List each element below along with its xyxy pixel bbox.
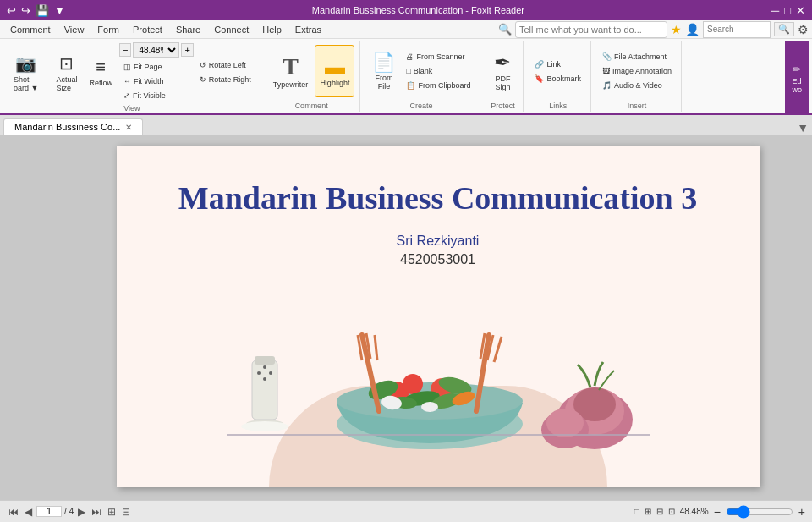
menu-comment[interactable]: Comment [3, 23, 58, 36]
view-spread-button[interactable]: ⊡ [668, 507, 675, 516]
rotate-left-label: Rotate Left [209, 61, 246, 69]
left-panel [0, 135, 63, 502]
fit-width-button[interactable]: ↔ Fit Width [119, 74, 194, 88]
zoom-out-button[interactable]: − [119, 43, 131, 57]
svg-rect-1 [255, 356, 275, 365]
zoom-minus-button[interactable]: − [714, 505, 721, 519]
zoom-in-button[interactable]: + [181, 43, 193, 57]
link-label: Link [546, 60, 561, 69]
foxit-editor-button[interactable]: ✏ Edwo [785, 41, 809, 117]
minimize-button[interactable]: ─ [771, 4, 779, 17]
save-button[interactable]: 💾 [36, 4, 49, 17]
last-page-button[interactable]: ⏭ [90, 506, 103, 518]
close-button[interactable]: ✕ [796, 4, 805, 17]
link-button[interactable]: 🔗 Link [530, 58, 585, 71]
zoom-slider[interactable] [726, 505, 793, 519]
dropdown-arrow-button[interactable]: ▼ [54, 4, 65, 17]
tab-label: Mandarin Bussiness Co... [14, 122, 120, 132]
rotate-right-button[interactable]: ↻ Rotate Right [195, 73, 255, 86]
zoom-plus-button[interactable]: + [798, 505, 805, 519]
menu-connect[interactable]: Connect [207, 23, 255, 36]
view-fit-button[interactable]: ⊟ [656, 507, 663, 516]
next-page-button[interactable]: ▶ [76, 506, 87, 518]
links-group-label: Links [530, 100, 585, 110]
search-input[interactable] [515, 21, 667, 38]
svg-point-3 [257, 371, 261, 375]
create-group-label: Create [367, 100, 475, 110]
rotate-buttons: ↺ Rotate Left ↻ Rotate Right [195, 58, 255, 86]
page-number-input[interactable] [36, 506, 62, 517]
spread-view-button[interactable]: ⊞ [106, 506, 118, 518]
audio-video-button[interactable]: 🎵 Audio & Video [598, 79, 676, 92]
menu-form[interactable]: Form [91, 23, 126, 36]
tab-scroll-button[interactable]: ▼ [797, 121, 809, 135]
highlight-button[interactable]: ▬ Highlight [315, 45, 354, 97]
link-icon: 🔗 [535, 60, 544, 69]
image-annotation-label: Image Annotation [612, 67, 672, 75]
salt-shaker [246, 356, 283, 428]
view-single-button[interactable]: □ [634, 507, 639, 516]
fit-width-icon: ↔ [123, 77, 131, 85]
insert-small-buttons: 📎 File Attachment 🖼 Image Annotation 🎵 A… [598, 50, 676, 92]
actual-size-icon: ⊡ [59, 53, 74, 74]
menu-view[interactable]: View [58, 23, 91, 36]
zoom-select[interactable]: 48.48% [133, 42, 179, 58]
pdf-viewport[interactable]: Mandarin Business Communication 3 Sri Re… [63, 135, 812, 502]
from-clipboard-button[interactable]: 📋 From Clipboard [402, 79, 475, 92]
first-page-button[interactable]: ⏮ [7, 506, 20, 518]
reflow-button[interactable]: ≡ Reflow [84, 47, 118, 99]
file-attachment-button[interactable]: 📎 File Attachment [598, 50, 676, 63]
prev-page-button[interactable]: ◀ [23, 506, 34, 518]
audio-icon: 🎵 [602, 81, 612, 90]
search-field[interactable] [703, 21, 771, 38]
actual-size-button[interactable]: ⊡ ActualSize [51, 47, 82, 99]
search-button[interactable]: 🔍 [774, 22, 794, 36]
insert-buttons: 📎 File Attachment 🖼 Image Annotation 🎵 A… [598, 42, 676, 100]
ribbon-group-create: 📄 FromFile 🖨 From Scanner □ Blank 📋 From… [362, 41, 480, 112]
clipboard-icon: 📋 [406, 81, 415, 90]
restore-button[interactable]: □ [784, 4, 791, 17]
ribbon-group-protect: ✒ PDFSign Protect [482, 41, 524, 112]
typewriter-button[interactable]: T Typewriter [268, 45, 314, 97]
from-file-button[interactable]: 📄 FromFile [367, 45, 400, 97]
fit-visible-label: Fit Visible [133, 91, 166, 100]
fit-visible-button[interactable]: ⤢ Fit Visible [119, 89, 194, 102]
image-icon: 🖼 [602, 67, 610, 75]
image-annotation-button[interactable]: 🖼 Image Annotation [598, 64, 676, 78]
rotate-left-button[interactable]: ↺ Rotate Left [195, 58, 255, 72]
redo-button[interactable]: ↪ [21, 4, 30, 17]
links-small-buttons: 🔗 Link 🔖 Bookmark [530, 58, 585, 85]
view-grid-button[interactable]: ⊞ [645, 507, 651, 516]
pdf-author: Sri Rezkiyanti [397, 234, 480, 249]
create-small-buttons: 🖨 From Scanner □ Blank 📋 From Clipboard [402, 50, 475, 92]
undo-button[interactable]: ↩ [7, 4, 16, 17]
foxit-panel: ✏ Edwo [785, 41, 809, 112]
tab-bar: Mandarin Bussiness Co... ✕ ▼ [0, 115, 812, 135]
svg-line-23 [375, 335, 377, 360]
ribbon-group-comment: T Typewriter ▬ Highlight Comment [263, 41, 361, 112]
blank-button[interactable]: □ Blank [402, 64, 475, 78]
ribbon-group-view: 📷 Shotoard ▼ ⊡ ActualSize ≡ Reflow − 4 [3, 41, 261, 112]
bookmark-button[interactable]: 🔖 Bookmark [530, 72, 585, 85]
fit-page-label: Fit Page [134, 63, 162, 71]
settings-icon[interactable]: ⚙ [798, 23, 809, 36]
menu-extras[interactable]: Extras [288, 23, 328, 36]
menu-share[interactable]: Share [169, 23, 207, 36]
shot-board-button[interactable]: 📷 Shotoard ▼ [8, 47, 43, 99]
tab-main[interactable]: Mandarin Bussiness Co... ✕ [3, 118, 143, 135]
fit-page-button[interactable]: ◫ Fit Page [119, 60, 194, 74]
view-group-label: View [8, 102, 255, 113]
insert-group-label: Insert [598, 100, 676, 110]
fit-view-button[interactable]: ⊟ [120, 506, 132, 518]
svg-point-2 [263, 365, 266, 369]
menu-protect[interactable]: Protect [126, 23, 169, 36]
menu-bar: Comment View Form Protect Share Connect … [0, 20, 812, 39]
comment-buttons: T Typewriter ▬ Highlight [268, 42, 355, 100]
ribbon-group-links: 🔗 Link 🔖 Bookmark Links [525, 41, 591, 112]
menu-help[interactable]: Help [255, 23, 288, 36]
from-scanner-button[interactable]: 🖨 From Scanner [402, 50, 475, 63]
tab-close-button[interactable]: ✕ [125, 123, 132, 132]
attachment-icon: 📎 [602, 52, 612, 61]
pdf-sign-button[interactable]: ✒ PDFSign [487, 45, 518, 97]
scanner-icon: 🖨 [406, 52, 414, 61]
